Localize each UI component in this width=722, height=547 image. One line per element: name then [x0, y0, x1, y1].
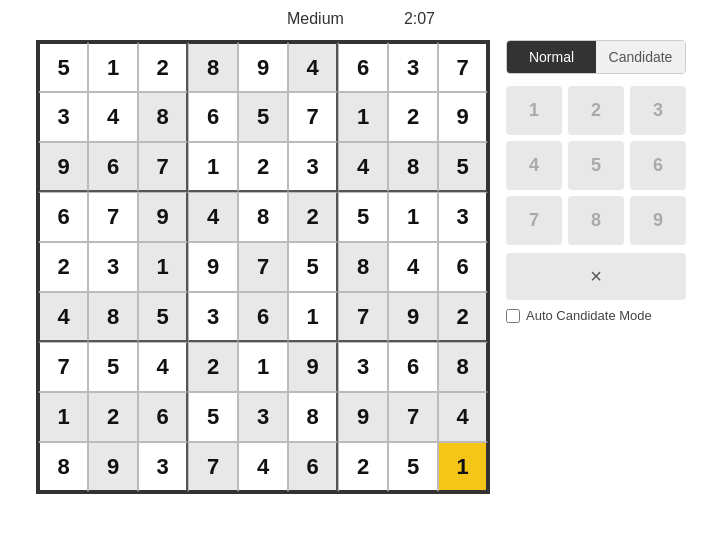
- cell-r2c7[interactable]: 8: [388, 142, 438, 192]
- sudoku-grid[interactable]: 5128946373486571299671234856794825132319…: [36, 40, 490, 494]
- cell-r1c1[interactable]: 4: [88, 92, 138, 142]
- cell-r1c7[interactable]: 2: [388, 92, 438, 142]
- candidate-mode-button[interactable]: Candidate: [596, 41, 685, 73]
- cell-r8c4[interactable]: 4: [238, 442, 288, 492]
- cell-r2c5[interactable]: 3: [288, 142, 338, 192]
- cell-r2c2[interactable]: 7: [138, 142, 188, 192]
- cell-r1c0[interactable]: 3: [38, 92, 88, 142]
- cell-r6c7[interactable]: 6: [388, 342, 438, 392]
- cell-r3c3[interactable]: 4: [188, 192, 238, 242]
- cell-r4c5[interactable]: 5: [288, 242, 338, 292]
- cell-r7c5[interactable]: 8: [288, 392, 338, 442]
- cell-r3c4[interactable]: 8: [238, 192, 288, 242]
- numpad-button-8[interactable]: 8: [568, 196, 624, 245]
- cell-r6c1[interactable]: 5: [88, 342, 138, 392]
- cell-r8c6[interactable]: 2: [338, 442, 388, 492]
- cell-r2c1[interactable]: 6: [88, 142, 138, 192]
- cell-r2c6[interactable]: 4: [338, 142, 388, 192]
- numpad: 123456789: [506, 86, 686, 245]
- numpad-button-1[interactable]: 1: [506, 86, 562, 135]
- cell-r1c6[interactable]: 1: [338, 92, 388, 142]
- cell-r3c7[interactable]: 1: [388, 192, 438, 242]
- cell-r8c3[interactable]: 7: [188, 442, 238, 492]
- cell-r1c4[interactable]: 5: [238, 92, 288, 142]
- cell-r6c5[interactable]: 9: [288, 342, 338, 392]
- cell-r4c8[interactable]: 6: [438, 242, 488, 292]
- cell-r5c7[interactable]: 9: [388, 292, 438, 342]
- cell-r0c0[interactable]: 5: [38, 42, 88, 92]
- right-panel: Normal Candidate 123456789 × Auto Candid…: [506, 40, 686, 323]
- cell-r0c7[interactable]: 3: [388, 42, 438, 92]
- cell-r7c1[interactable]: 2: [88, 392, 138, 442]
- cell-r8c8[interactable]: 1: [438, 442, 488, 492]
- cell-r5c4[interactable]: 6: [238, 292, 288, 342]
- mode-toggle[interactable]: Normal Candidate: [506, 40, 686, 74]
- numpad-button-2[interactable]: 2: [568, 86, 624, 135]
- cell-r6c3[interactable]: 2: [188, 342, 238, 392]
- cell-r7c3[interactable]: 5: [188, 392, 238, 442]
- cell-r5c1[interactable]: 8: [88, 292, 138, 342]
- cell-r6c2[interactable]: 4: [138, 342, 188, 392]
- cell-r8c5[interactable]: 6: [288, 442, 338, 492]
- cell-r5c6[interactable]: 7: [338, 292, 388, 342]
- cell-r5c0[interactable]: 4: [38, 292, 88, 342]
- cell-r1c8[interactable]: 9: [438, 92, 488, 142]
- cell-r4c1[interactable]: 3: [88, 242, 138, 292]
- cell-r0c3[interactable]: 8: [188, 42, 238, 92]
- cell-r4c4[interactable]: 7: [238, 242, 288, 292]
- cell-r3c0[interactable]: 6: [38, 192, 88, 242]
- cell-r4c7[interactable]: 4: [388, 242, 438, 292]
- cell-r6c6[interactable]: 3: [338, 342, 388, 392]
- cell-r0c8[interactable]: 7: [438, 42, 488, 92]
- cell-r6c0[interactable]: 7: [38, 342, 88, 392]
- cell-r7c8[interactable]: 4: [438, 392, 488, 442]
- cell-r3c6[interactable]: 5: [338, 192, 388, 242]
- cell-r3c8[interactable]: 3: [438, 192, 488, 242]
- cell-r8c2[interactable]: 3: [138, 442, 188, 492]
- cell-r7c6[interactable]: 9: [338, 392, 388, 442]
- numpad-button-7[interactable]: 7: [506, 196, 562, 245]
- cell-r7c0[interactable]: 1: [38, 392, 88, 442]
- cell-r4c6[interactable]: 8: [338, 242, 388, 292]
- cell-r4c2[interactable]: 1: [138, 242, 188, 292]
- cell-r7c2[interactable]: 6: [138, 392, 188, 442]
- cell-r1c5[interactable]: 7: [288, 92, 338, 142]
- cell-r2c0[interactable]: 9: [38, 142, 88, 192]
- auto-candidate-checkbox[interactable]: [506, 309, 520, 323]
- numpad-button-5[interactable]: 5: [568, 141, 624, 190]
- cell-r5c8[interactable]: 2: [438, 292, 488, 342]
- cell-r7c4[interactable]: 3: [238, 392, 288, 442]
- cell-r8c0[interactable]: 8: [38, 442, 88, 492]
- numpad-button-3[interactable]: 3: [630, 86, 686, 135]
- cell-r2c4[interactable]: 2: [238, 142, 288, 192]
- cell-r2c8[interactable]: 5: [438, 142, 488, 192]
- numpad-button-6[interactable]: 6: [630, 141, 686, 190]
- delete-button[interactable]: ×: [506, 253, 686, 300]
- cell-r3c5[interactable]: 2: [288, 192, 338, 242]
- cell-r1c2[interactable]: 8: [138, 92, 188, 142]
- cell-r5c3[interactable]: 3: [188, 292, 238, 342]
- cell-r3c1[interactable]: 7: [88, 192, 138, 242]
- cell-r7c7[interactable]: 7: [388, 392, 438, 442]
- cell-r2c3[interactable]: 1: [188, 142, 238, 192]
- cell-r6c4[interactable]: 1: [238, 342, 288, 392]
- normal-mode-button[interactable]: Normal: [507, 41, 596, 73]
- cell-r0c6[interactable]: 6: [338, 42, 388, 92]
- cell-r4c0[interactable]: 2: [38, 242, 88, 292]
- cell-r8c7[interactable]: 5: [388, 442, 438, 492]
- auto-candidate-label: Auto Candidate Mode: [526, 308, 652, 323]
- cell-r5c5[interactable]: 1: [288, 292, 338, 342]
- cell-r8c1[interactable]: 9: [88, 442, 138, 492]
- cell-r3c2[interactable]: 9: [138, 192, 188, 242]
- cell-r5c2[interactable]: 5: [138, 292, 188, 342]
- numpad-button-9[interactable]: 9: [630, 196, 686, 245]
- cell-r0c1[interactable]: 1: [88, 42, 138, 92]
- cell-r0c5[interactable]: 4: [288, 42, 338, 92]
- auto-candidate-row: Auto Candidate Mode: [506, 308, 686, 323]
- cell-r4c3[interactable]: 9: [188, 242, 238, 292]
- cell-r0c2[interactable]: 2: [138, 42, 188, 92]
- cell-r1c3[interactable]: 6: [188, 92, 238, 142]
- cell-r6c8[interactable]: 8: [438, 342, 488, 392]
- cell-r0c4[interactable]: 9: [238, 42, 288, 92]
- numpad-button-4[interactable]: 4: [506, 141, 562, 190]
